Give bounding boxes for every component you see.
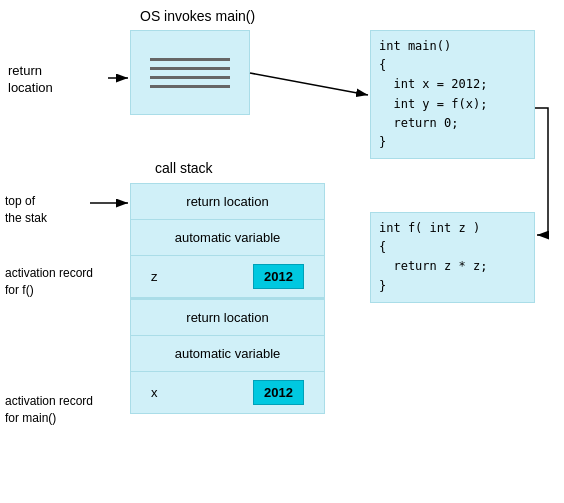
f-return-location-label: return location [186,194,268,209]
stack-line-3 [150,76,230,79]
top-stack-box [130,30,250,115]
main-x-value-box: 2012 [253,380,304,405]
stack-line-1 [150,58,230,61]
f-z-value-box: 2012 [253,264,304,289]
f-auto-var-label: automatic variable [175,230,281,245]
os-invokes-label: OS invokes main() [140,8,255,24]
main-auto-var-label: automatic variable [175,346,281,361]
f-z-name: z [151,269,158,284]
f-z-row: z 2012 [131,256,324,298]
return-location-top-label: returnlocation [8,63,53,97]
f-return-location-row: return location [131,184,324,220]
callstack-panel: return location automatic variable z 201… [130,183,325,414]
stack-line-4 [150,85,230,88]
callstack-label: call stack [155,160,213,176]
main-code-text: int main() { int x = 2012; int y = f(x);… [379,39,487,149]
main-to-f-bracket-arrow [535,108,548,235]
activation-f-label: activation recordfor f() [5,265,93,299]
main-auto-var-row: automatic variable [131,336,324,372]
stack-line-2 [150,67,230,70]
stack-to-main-arrow [250,73,368,95]
f-auto-var-row: automatic variable [131,220,324,256]
main-return-location-label: return location [186,310,268,325]
main-code-box: int main() { int x = 2012; int y = f(x);… [370,30,535,159]
diagram-container: OS invokes main() returnlocation int mai… [0,0,564,503]
f-code-text: int f( int z ) { return z * z; } [379,221,487,293]
main-return-location-row: return location [131,300,324,336]
main-x-name: x [151,385,158,400]
activation-main-label: activation recordfor main() [5,393,93,427]
f-code-box: int f( int z ) { return z * z; } [370,212,535,303]
main-x-row: x 2012 [131,372,324,413]
top-of-stak-label: top ofthe stak [5,193,47,227]
